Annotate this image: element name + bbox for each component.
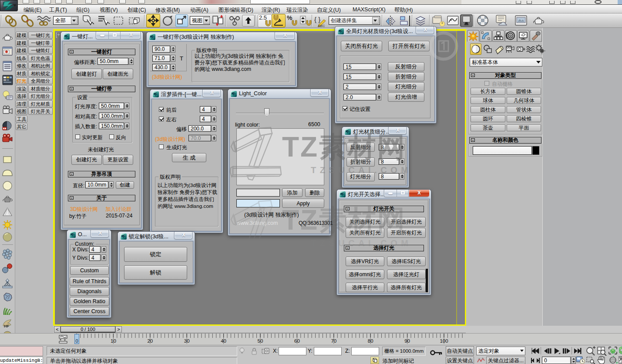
svg-text:90: 90 [404, 338, 410, 344]
svg-text:%: % [287, 14, 293, 21]
svg-text:50: 50 [258, 338, 263, 344]
svg-text:60: 60 [294, 338, 300, 344]
svg-text:10: 10 [111, 338, 116, 344]
svg-text:80: 80 [368, 338, 373, 344]
svg-text:40: 40 [221, 338, 226, 344]
svg-text:100: 100 [440, 338, 448, 344]
svg-text:HF: HF [4, 324, 9, 328]
svg-text:70: 70 [331, 338, 336, 344]
svg-text:ABC: ABC [318, 24, 325, 27]
svg-text:{ }: { } [314, 16, 320, 23]
svg-text:20: 20 [147, 338, 153, 344]
svg-text:30: 30 [184, 338, 190, 344]
